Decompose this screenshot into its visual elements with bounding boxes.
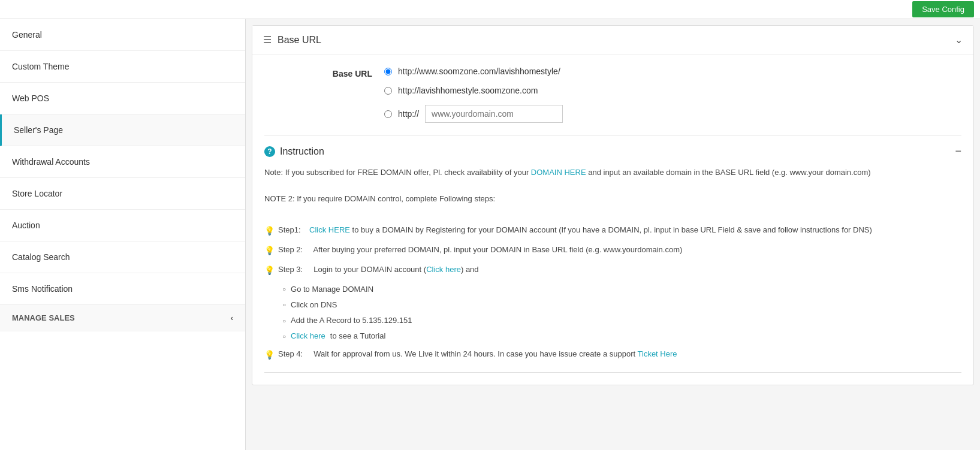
sidebar-item-catalog-search[interactable]: Catalog Search <box>0 241 245 273</box>
step2-content: After buying your preferred DOMAIN, pl. … <box>313 245 683 254</box>
sidebar-item-store-locator[interactable]: Store Locator <box>0 178 245 210</box>
step3-block: 💡 Step 3: Login to your DOMAIN account (… <box>264 263 961 278</box>
note2-paragraph: NOTE 2: If you require DOMAIN control, c… <box>264 192 961 206</box>
info-icon: ? <box>264 146 275 157</box>
sidebar-item-label: General <box>12 30 42 40</box>
instruction-title: ? Instruction <box>264 146 324 157</box>
step2-text: Step 2: After buying your preferred DOMA… <box>278 243 961 256</box>
sidebar-item-general[interactable]: General <box>0 19 245 51</box>
collapse-icon[interactable]: − <box>955 145 961 158</box>
sub-list: ○ Go to Manage DOMAIN ○ Click on DNS ○ A… <box>282 283 961 343</box>
sub-list-item-3: ○ Add the A Record to 5.135.129.151 <box>282 314 961 327</box>
sidebar-item-sellers-page[interactable]: Seller's Page <box>0 114 245 146</box>
sidebar-item-custom-theme[interactable]: Custom Theme <box>0 51 245 83</box>
sidebar-item-label: Seller's Page <box>14 125 63 135</box>
sub-item-1-text: Go to Manage DOMAIN <box>291 283 373 296</box>
sidebar: General Custom Theme Web POS Seller's Pa… <box>0 19 246 450</box>
radio-url1[interactable] <box>384 68 392 75</box>
instruction-section: ? Instruction − Note: If you subscribed … <box>264 135 961 373</box>
step3-link[interactable]: Click here <box>426 265 461 274</box>
step2-block: 💡 Step 2: After buying your preferred DO… <box>264 243 961 258</box>
instruction-title-text: Instruction <box>280 146 324 157</box>
circle-icon-1: ○ <box>282 284 286 294</box>
form-options: http://www.soomzone.com/lavishhomestyle/… <box>384 67 563 123</box>
step3-suffix: and <box>466 265 479 274</box>
sidebar-item-auction[interactable]: Auction <box>0 210 245 241</box>
sidebar-item-withdrawal-accounts[interactable]: Withdrawal Accounts <box>0 146 245 178</box>
circle-icon-3: ○ <box>282 316 286 326</box>
manage-sales-label: MANAGE SALES <box>12 313 75 322</box>
instruction-body: Note: If you subscribed for FREE DOMAIN … <box>264 166 961 373</box>
radio-label-url2[interactable]: http://lavishhomestyle.soomzone.com <box>398 86 538 95</box>
bulb-icon-step2: 💡 <box>264 244 275 258</box>
sub-item-2-text: Click on DNS <box>291 298 337 312</box>
bottom-divider <box>264 372 961 373</box>
panel-header-left: ☰ Base URL <box>263 34 321 46</box>
base-url-label: Base URL <box>264 67 372 78</box>
sidebar-item-label: Catalog Search <box>12 252 70 262</box>
circle-icon-4: ○ <box>282 331 286 342</box>
base-url-panel: ☰ Base URL ⌄ Base URL http://www.soomzon… <box>252 25 974 385</box>
sidebar-item-label: Sms Notification <box>12 284 73 294</box>
circle-icon-2: ○ <box>282 300 286 310</box>
top-bar: Save Config <box>0 0 980 19</box>
panel-body: Base URL http://www.soomzone.com/lavishh… <box>252 55 973 385</box>
sub-list-item-4: ○ Click here to see a Tutorial <box>282 330 961 343</box>
content-area: ☰ Base URL ⌄ Base URL http://www.soomzon… <box>246 19 980 450</box>
step1-text: Step1: Click HERE to buy a DOMAIN by Reg… <box>278 224 961 237</box>
chevron-down-icon[interactable]: ⌄ <box>955 34 963 46</box>
step3-text: Step 3: Login to your DOMAIN account (Cl… <box>278 263 961 276</box>
sidebar-item-label: Withdrawal Accounts <box>12 157 90 167</box>
radio-label-url1[interactable]: http://www.soomzone.com/lavishhomestyle/ <box>398 67 560 76</box>
bulb-icon-step3: 💡 <box>264 264 275 278</box>
main-layout: General Custom Theme Web POS Seller's Pa… <box>0 19 980 450</box>
domain-here-link[interactable]: DOMAIN HERE <box>531 168 586 177</box>
sidebar-item-label: Web POS <box>12 93 49 103</box>
panel-header: ☰ Base URL ⌄ <box>252 26 973 55</box>
hamburger-icon: ☰ <box>263 34 272 46</box>
note1-text: Note: If you subscribed for FREE DOMAIN … <box>264 168 529 177</box>
save-config-button[interactable]: Save Config <box>912 1 974 17</box>
sidebar-item-label: Store Locator <box>12 189 62 198</box>
manage-sales-header[interactable]: MANAGE SALES ‹ <box>0 305 245 331</box>
step4-content: Wait for approval from us. We Live it wi… <box>313 349 635 358</box>
ticket-here-link[interactable]: Ticket Here <box>638 349 677 358</box>
step1-block: 💡 Step1: Click HERE to buy a DOMAIN by R… <box>264 224 961 238</box>
radio-url2[interactable] <box>384 87 392 95</box>
chevron-left-icon: ‹ <box>231 313 233 322</box>
instruction-header: ? Instruction − <box>264 145 961 158</box>
step1-prefix: Step1: <box>278 225 301 234</box>
radio-option-1: http://www.soomzone.com/lavishhomestyle/ <box>384 67 563 76</box>
sub-list-item-2: ○ Click on DNS <box>282 298 961 312</box>
note1-suffix-text: and input an available domain in the BAS… <box>588 168 870 177</box>
step4-prefix: Step 4: <box>278 349 303 358</box>
bulb-icon-step1: 💡 <box>264 224 275 238</box>
sidebar-item-sms-notification[interactable]: Sms Notification <box>0 273 245 305</box>
step1-link[interactable]: Click HERE <box>309 225 350 234</box>
step1-suffix: to buy a DOMAIN by Registering for your … <box>352 225 872 234</box>
custom-domain-input[interactable] <box>425 105 563 123</box>
radio-option-2: http://lavishhomestyle.soomzone.com <box>384 86 563 95</box>
radio-option-3: http:// <box>384 105 563 123</box>
http-prefix: http:// <box>398 109 419 119</box>
panel-title: Base URL <box>278 35 321 46</box>
sidebar-item-label: Custom Theme <box>12 62 69 71</box>
sub-item-4-suffix: to see a Tutorial <box>330 330 386 343</box>
step2-prefix: Step 2: <box>278 245 303 254</box>
sidebar-item-label: Auction <box>12 221 40 230</box>
step3-content: Login to your DOMAIN account <box>313 265 421 274</box>
sidebar-item-web-pos[interactable]: Web POS <box>0 83 245 114</box>
sub-list-item-1: ○ Go to Manage DOMAIN <box>282 283 961 296</box>
sub-item-4-link[interactable]: Click here <box>291 330 325 343</box>
step4-text: Step 4: Wait for approval from us. We Li… <box>278 348 961 361</box>
note1-paragraph: Note: If you subscribed for FREE DOMAIN … <box>264 166 961 179</box>
step3-prefix: Step 3: <box>278 265 303 274</box>
radio-url3[interactable] <box>384 110 392 118</box>
base-url-form-row: Base URL http://www.soomzone.com/lavishh… <box>264 67 961 123</box>
sub-item-3-text: Add the A Record to 5.135.129.151 <box>291 314 412 327</box>
bulb-icon-step4: 💡 <box>264 348 275 363</box>
step4-block: 💡 Step 4: Wait for approval from us. We … <box>264 348 961 363</box>
